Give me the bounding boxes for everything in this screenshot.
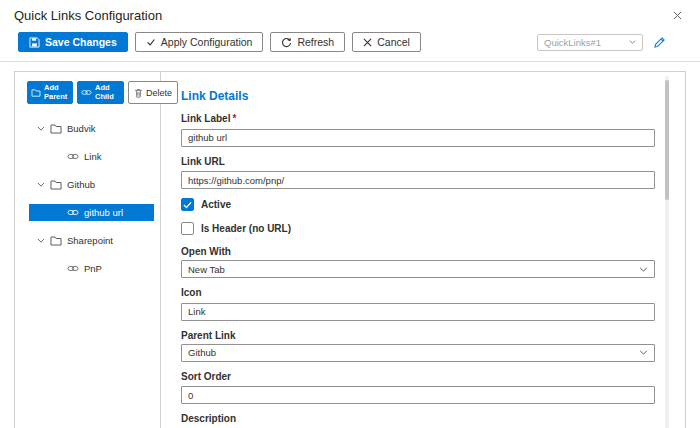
link-url-input[interactable]: [181, 171, 655, 189]
configuration-panel: Add Parent Add Child Delete Budvik: [14, 71, 686, 428]
is-header-checkbox[interactable]: [181, 222, 194, 235]
chevron-down-icon: [37, 126, 45, 131]
link-label-label: Link Label*: [181, 113, 655, 124]
open-with-select[interactable]: New Tab: [181, 260, 655, 278]
links-tree: Budvik Link Github github url Sharepoint: [29, 120, 154, 277]
folder-icon: [50, 180, 62, 190]
quicklinks-list-dropdown[interactable]: QuickLinks#1: [537, 34, 643, 51]
link-details-form: Link Details Link Label* Link URL Active…: [161, 72, 685, 428]
parent-link-select[interactable]: Github: [181, 344, 655, 362]
sort-order-label: Sort Order: [181, 371, 655, 382]
icon-input[interactable]: [181, 303, 655, 321]
toolbar-divider: [0, 61, 700, 62]
chevron-down-icon: [37, 238, 45, 243]
dialog-header: Quick Links Configuration: [0, 0, 700, 27]
tree-item-pnp[interactable]: PnP: [29, 260, 154, 277]
active-checkbox[interactable]: [181, 198, 194, 211]
link-icon: [67, 265, 79, 272]
tree-item-link[interactable]: Link: [29, 148, 154, 165]
apply-configuration-button[interactable]: Apply Configuration: [135, 32, 264, 52]
description-label: Description: [181, 413, 655, 424]
form-scrollbar[interactable]: [665, 76, 669, 428]
tree-item-budvik[interactable]: Budvik: [29, 120, 154, 137]
chevron-down-icon: [37, 182, 45, 187]
check-icon: [146, 37, 156, 47]
add-parent-button[interactable]: Add Parent: [27, 81, 73, 104]
is-header-checkbox-row[interactable]: Is Header (no URL): [181, 222, 655, 235]
chevron-down-icon: [639, 350, 648, 355]
sort-order-input[interactable]: [181, 386, 655, 404]
toolbar-right: QuickLinks#1: [537, 34, 666, 51]
save-icon: [29, 37, 40, 48]
link-icon: [67, 153, 79, 160]
link-url-label: Link URL: [181, 156, 655, 167]
refresh-icon: [281, 37, 292, 48]
trash-icon: [134, 88, 143, 98]
add-child-button[interactable]: Add Child: [77, 81, 124, 104]
folder-icon: [50, 124, 62, 134]
save-changes-button[interactable]: Save Changes: [18, 32, 128, 52]
x-icon: [363, 38, 372, 47]
form-heading: Link Details: [181, 89, 655, 103]
folder-icon: [50, 236, 62, 246]
close-icon[interactable]: [671, 9, 684, 22]
required-asterisk: *: [232, 113, 236, 124]
tree-item-github-url[interactable]: github url: [29, 204, 154, 221]
link-icon: [67, 209, 79, 216]
link-label-input[interactable]: [181, 129, 655, 147]
tree-item-github[interactable]: Github: [29, 176, 154, 193]
scrollbar-thumb[interactable]: [665, 80, 669, 200]
chevron-down-icon: [629, 40, 636, 44]
folder-icon: [31, 89, 41, 97]
active-checkbox-row[interactable]: Active: [181, 198, 655, 211]
refresh-button[interactable]: Refresh: [270, 32, 345, 52]
icon-label: Icon: [181, 287, 655, 298]
link-icon: [81, 89, 92, 96]
tree-actions: Add Parent Add Child Delete: [27, 81, 154, 104]
toolbar: Save Changes Apply Configuration Refresh…: [0, 27, 700, 52]
active-checkbox-label: Active: [201, 199, 231, 210]
chevron-down-icon: [639, 267, 648, 272]
edit-pencil-icon[interactable]: [653, 36, 666, 49]
cancel-button[interactable]: Cancel: [352, 32, 421, 52]
page-title: Quick Links Configuration: [14, 8, 162, 23]
parent-link-label: Parent Link: [181, 330, 655, 341]
tree-item-sharepoint[interactable]: Sharepoint: [29, 232, 154, 249]
open-with-label: Open With: [181, 246, 655, 257]
is-header-checkbox-label: Is Header (no URL): [201, 223, 291, 234]
tree-sidebar: Add Parent Add Child Delete Budvik: [15, 72, 161, 428]
